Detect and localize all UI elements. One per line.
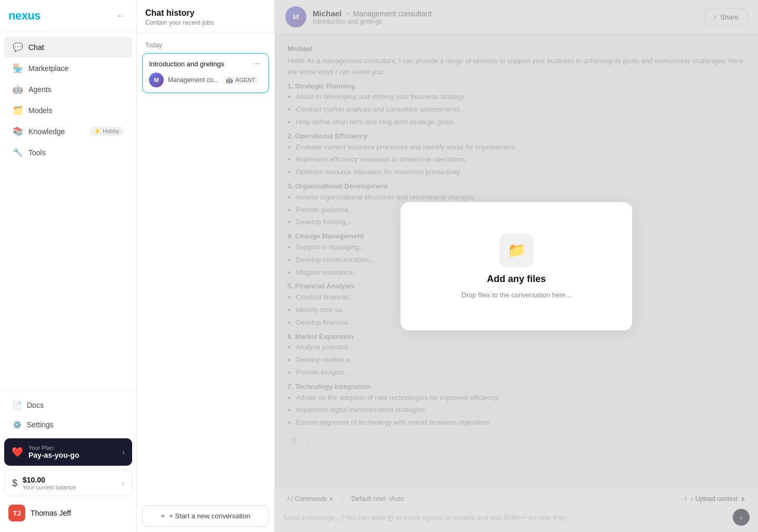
drop-overlay: 📁 Add any files Drop files to the conver… [275,0,758,532]
drop-icon-wrapper: 📁 [500,234,533,267]
new-conversation-label: + Start a new conversation [169,512,250,520]
models-icon: 🗂️ [13,105,23,115]
docs-icon: 📄 [13,401,22,409]
logo-text: nexus [8,9,41,22]
sidebar-item-label-knowledge: Knowledge [28,127,84,136]
bottom-nav-item-settings[interactable]: ⚙️ Settings [4,415,132,434]
knowledge-icon: 📚 [13,126,23,136]
balance-card[interactable]: $ $10.00 Your current balance › [4,470,132,496]
plan-name: Pay-as-you-go [28,451,117,459]
agent-tag-label: AGENT [235,77,255,83]
sidebar-item-knowledge[interactable]: 📚 Knowledge ⚡ Hobby [4,121,132,142]
chat-list: Today Introduction and gretings ··· M Ma… [137,33,274,500]
bottom-nav-label-docs: Docs [27,401,44,409]
user-initials: TJ [13,509,21,517]
plan-card[interactable]: ❤️ Your Plan: Pay-as-you-go › [4,438,132,466]
sidebar-item-label-marketplace: Marketplace [28,64,124,73]
sidebar-bottom: 📄 Docs ⚙️ Settings ❤️ Your Plan: Pay-as-… [0,390,136,532]
bottom-nav-label-settings: Settings [27,420,54,429]
sidebar-item-agents[interactable]: 🤖 Agents [4,79,132,99]
collapse-icon: ← [116,11,125,21]
sidebar-item-chat[interactable]: 💬 Chat [4,37,132,57]
plan-icon: ❤️ [12,446,23,458]
sidebar-item-marketplace[interactable]: 🏪 Marketplace [4,58,132,78]
user-profile[interactable]: TJ Thomas Jeff [0,498,136,528]
balance-label: Your current balance [23,484,116,490]
plus-icon: + [161,512,165,520]
drop-card: 📁 Add any files Drop files to the conver… [401,202,632,330]
sidebar-item-models[interactable]: 🗂️ Models [4,100,132,121]
settings-icon: ⚙️ [13,420,22,429]
sidebar-item-label-chat: Chat [28,43,124,52]
user-name: Thomas Jeff [31,509,71,517]
drop-title: Add any files [487,274,546,285]
sidebar-item-label-models: Models [28,106,124,115]
balance-amount: $10.00 [23,476,116,484]
balance-chevron-icon: › [122,479,124,487]
agents-icon: 🤖 [13,84,23,94]
plan-chevron-icon: › [122,448,125,456]
chat-icon: 💬 [13,42,23,52]
panel-title: Chat history [145,8,266,18]
plan-label: Your Plan: [28,445,117,451]
drop-subtitle: Drop files to the conversation here... [462,291,572,299]
app-logo: nexus [8,9,41,23]
main-chat: M Michael • Management consultant Introd… [275,0,758,532]
chat-item-more-button[interactable]: ··· [251,59,262,68]
user-avatar: TJ [8,505,25,521]
collapse-button[interactable]: ← [113,8,128,23]
sidebar-header: nexus ← [0,0,136,32]
marketplace-icon: 🏪 [13,63,23,73]
chat-item-title: Introduction and gretings [149,60,224,68]
chat-item[interactable]: Introduction and gretings ··· M Manageme… [142,53,269,93]
folder-icon: 📁 [507,242,526,259]
sidebar-item-tools[interactable]: 🔧 Tools [4,142,132,163]
bottom-nav-item-docs[interactable]: 📄 Docs [4,396,132,415]
chat-history-panel: Chat history Contain your recent jobs To… [137,0,275,532]
sidebar-item-label-tools: Tools [28,148,124,157]
dollar-icon: $ [12,478,17,489]
agent-tag: 🤖 AGENT [223,76,258,85]
nav-section: 💬 Chat 🏪 Marketplace 🤖 Agents 🗂️ Models … [0,32,136,390]
panel-header: Chat history Contain your recent jobs [137,0,274,33]
new-conversation-button[interactable]: + + Start a new conversation [142,505,269,527]
chat-section-label: Today [142,39,269,53]
panel-subtitle: Contain your recent jobs [145,19,266,26]
tools-icon: 🔧 [13,147,23,157]
agent-tag-icon: 🤖 [226,77,233,84]
sidebar-item-badge-knowledge: ⚡ Hobby [89,127,124,136]
sidebar-item-label-agents: Agents [28,85,124,94]
sidebar: nexus ← 💬 Chat 🏪 Marketplace 🤖 Agents 🗂️… [0,0,137,532]
agent-avatar-small: M [149,73,164,87]
agent-name-small: Management co... [168,76,218,84]
